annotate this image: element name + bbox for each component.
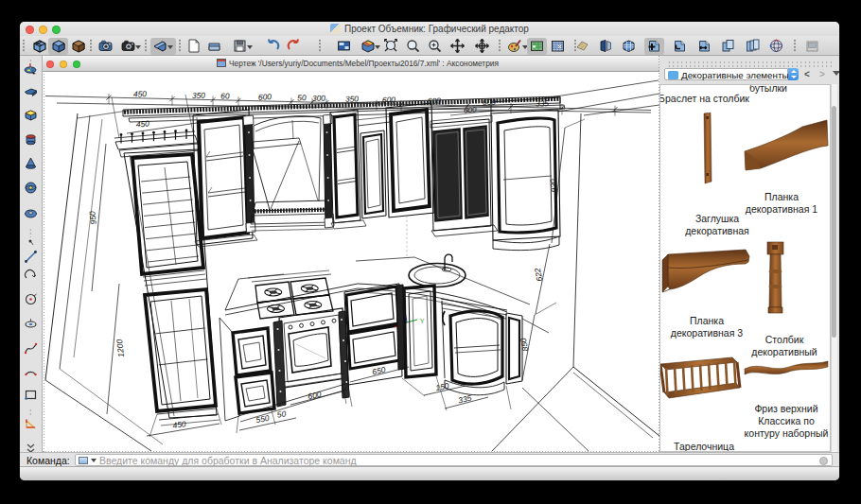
- svg-text:50: 50: [276, 408, 287, 420]
- svg-text:650: 650: [371, 365, 386, 377]
- svg-text:600: 600: [464, 106, 477, 115]
- svg-text:550: 550: [255, 413, 271, 425]
- svg-text:150: 150: [435, 381, 450, 393]
- svg-text:600: 600: [258, 92, 272, 101]
- svg-text:1200: 1200: [114, 339, 126, 357]
- svg-text:450: 450: [172, 419, 187, 430]
- svg-text:Y: Y: [420, 318, 425, 324]
- svg-text:950: 950: [87, 210, 97, 224]
- svg-text:920: 920: [548, 178, 558, 192]
- svg-text:600: 600: [308, 390, 323, 402]
- svg-text:622: 622: [533, 267, 544, 282]
- svg-text:350: 350: [192, 91, 206, 100]
- svg-text:60: 60: [220, 91, 230, 100]
- svg-text:300: 300: [312, 94, 326, 103]
- svg-text:335: 335: [457, 393, 472, 406]
- svg-text:50: 50: [297, 93, 307, 102]
- svg-text:450: 450: [135, 119, 149, 130]
- svg-text:450: 450: [133, 89, 148, 98]
